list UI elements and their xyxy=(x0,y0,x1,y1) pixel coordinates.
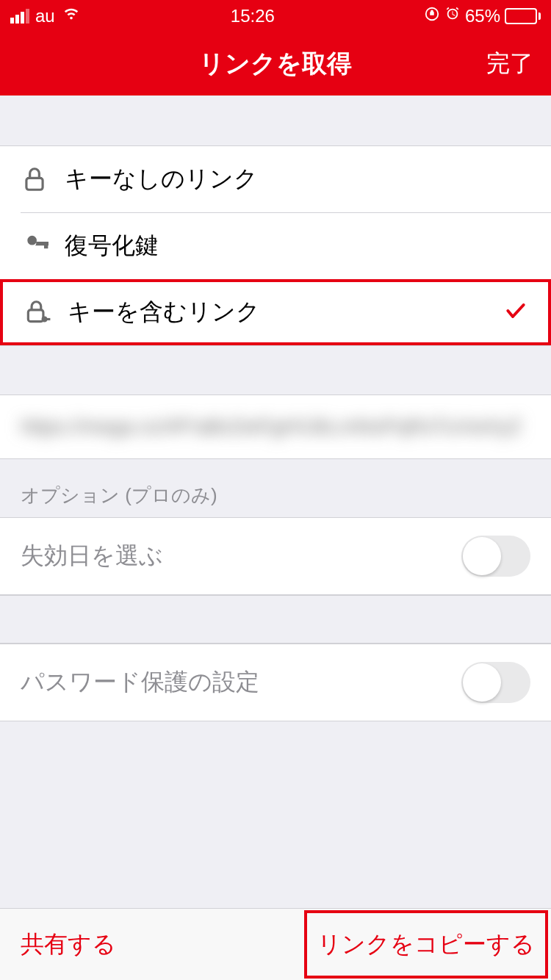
battery-icon xyxy=(505,8,541,24)
password-list: パスワード保護の設定 xyxy=(0,644,551,721)
key-icon xyxy=(21,232,65,260)
share-button[interactable]: 共有する xyxy=(21,929,116,961)
lock-icon xyxy=(21,165,65,193)
nav-bar: リンクを取得 完了 xyxy=(0,32,551,96)
svg-rect-1 xyxy=(26,178,43,190)
password-protection-row[interactable]: パスワード保護の設定 xyxy=(0,644,551,721)
svg-point-3 xyxy=(42,317,48,323)
option-label: 復号化鍵 xyxy=(65,230,159,262)
expiry-label: 失効日を選ぶ xyxy=(21,540,163,572)
status-bar: au 15:26 65% xyxy=(0,0,551,32)
link-url-blurred: https://mega.nz/#F!aBcDeFgH!iJkLmNoPqRsT… xyxy=(21,415,522,439)
lock-key-icon xyxy=(24,298,68,326)
alarm-icon xyxy=(444,6,461,26)
spacer xyxy=(0,96,551,145)
copy-link-button[interactable]: リンクをコピーする xyxy=(304,910,548,979)
wifi-icon xyxy=(61,6,82,26)
option-label: キーを含むリンク xyxy=(68,296,260,328)
battery-percent: 65% xyxy=(465,6,500,26)
option-link-without-key[interactable]: キーなしのリンク xyxy=(0,146,551,212)
status-right: 65% xyxy=(424,6,541,26)
spacer xyxy=(0,595,551,644)
pro-options-list: 失効日を選ぶ xyxy=(0,517,551,595)
expiry-toggle[interactable] xyxy=(461,536,530,577)
pro-section-header: オプション (プロのみ) xyxy=(0,459,551,517)
page-title: リンクを取得 xyxy=(199,47,352,81)
password-label: パスワード保護の設定 xyxy=(21,666,259,699)
done-button[interactable]: 完了 xyxy=(486,48,533,80)
carrier-label: au xyxy=(35,6,55,26)
option-label: キーなしのリンク xyxy=(65,163,258,195)
orientation-lock-icon xyxy=(424,6,440,26)
option-decryption-key[interactable]: 復号化鍵 xyxy=(0,213,551,279)
option-link-with-key[interactable]: キーを含むリンク xyxy=(0,279,551,345)
bottom-toolbar: 共有する リンクをコピーする xyxy=(0,908,551,980)
password-toggle[interactable] xyxy=(461,662,530,703)
checkmark-icon xyxy=(504,299,527,325)
status-time: 15:26 xyxy=(231,6,275,26)
link-preview-row[interactable]: https://mega.nz/#F!aBcDeFgH!iJkLmNoPqRsT… xyxy=(0,394,551,459)
signal-icon xyxy=(10,9,29,24)
expiry-date-row[interactable]: 失効日を選ぶ xyxy=(0,518,551,594)
link-options-list: キーなしのリンク 復号化鍵 キーを含むリンク xyxy=(0,145,551,346)
status-left: au xyxy=(10,6,82,26)
svg-rect-2 xyxy=(28,310,43,322)
